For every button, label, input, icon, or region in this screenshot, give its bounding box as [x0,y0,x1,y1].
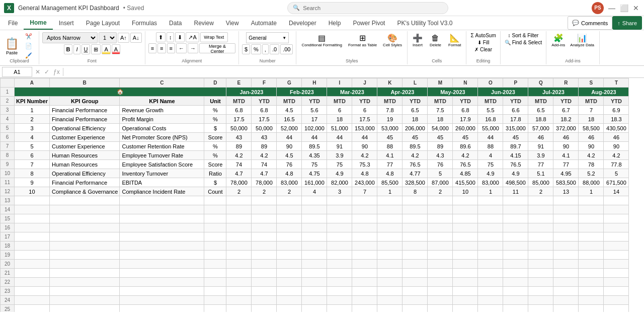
col-p[interactable]: P [503,78,528,88]
empty-cell[interactable] [302,232,327,242]
data-cell[interactable]: 45 [403,133,428,142]
col-d[interactable]: D [204,78,226,88]
data-cell[interactable]: 18.2 [553,115,579,124]
empty-cell[interactable] [503,260,528,269]
data-cell[interactable]: 4.7 [252,169,277,178]
empty-cell[interactable] [478,269,503,278]
data-cell[interactable]: 91 [327,142,352,151]
empty-cell[interactable] [352,260,377,269]
empty-cell[interactable] [252,260,277,269]
empty-cell[interactable] [403,305,428,312]
data-cell[interactable]: 78 [579,160,604,169]
format-button[interactable]: 📐 Format [446,32,463,48]
empty-cell[interactable] [478,205,503,214]
empty-cell[interactable] [553,269,579,278]
empty-cell[interactable] [553,260,579,269]
empty-cell[interactable] [528,214,553,223]
unit-cell[interactable]: Score [204,160,226,169]
data-cell[interactable]: 17.5 [252,115,277,124]
empty-cell[interactable] [204,260,226,269]
data-cell[interactable]: 4.7 [226,169,252,178]
empty-cell[interactable] [15,305,50,312]
empty-cell[interactable] [226,287,252,296]
indent-increase-button[interactable]: → [188,43,198,53]
empty-cell[interactable] [428,269,453,278]
delete-button[interactable]: 🗑 Delete [428,33,443,48]
empty-cell[interactable] [503,223,528,232]
data-cell[interactable]: 315,000 [503,124,528,133]
empty-cell[interactable] [403,205,428,214]
unit-cell[interactable]: $ [204,124,226,133]
empty-cell[interactable] [604,232,629,242]
data-cell[interactable]: 1 [377,187,403,196]
empty-cell[interactable] [120,196,204,205]
tab-page-layout[interactable]: Page Layout [80,16,126,30]
empty-cell[interactable] [352,196,377,205]
empty-cell[interactable] [453,269,478,278]
insert-button[interactable]: ➕ Insert [411,32,425,48]
data-cell[interactable]: 74 [252,160,277,169]
currency-button[interactable]: $ [242,44,250,54]
empty-cell[interactable] [277,296,302,305]
data-cell[interactable]: 76.5 [503,160,528,169]
empty-cell[interactable] [604,223,629,232]
bold-button[interactable]: B [64,44,73,54]
empty-cell[interactable] [428,205,453,214]
empty-cell[interactable] [478,260,503,269]
orientation-button[interactable]: ↗A [186,32,199,42]
font-name-selector[interactable]: Aptos Narrow [42,32,98,43]
empty-cell[interactable] [327,278,352,287]
empty-cell[interactable] [604,287,629,296]
kpi-group-cell[interactable]: Human Resources [49,151,119,160]
empty-cell[interactable] [352,232,377,242]
kpi-name-cell[interactable]: Employee Turnover Rate [120,151,204,160]
empty-cell[interactable] [428,251,453,260]
data-cell[interactable]: 4.2 [252,151,277,160]
empty-cell[interactable] [226,223,252,232]
kpi-group-cell[interactable]: Operational Efficiency [49,169,119,178]
empty-cell[interactable] [377,223,403,232]
empty-cell[interactable] [49,242,119,251]
data-cell[interactable]: 206,000 [403,124,428,133]
empty-cell[interactable] [453,214,478,223]
empty-cell[interactable] [277,223,302,232]
col-a[interactable]: A [15,78,50,88]
empty-cell[interactable] [15,242,50,251]
empty-cell[interactable] [15,214,50,223]
empty-cell[interactable] [204,242,226,251]
kpi-group-cell[interactable]: Customer Experience [49,133,119,142]
kpi-num-cell[interactable]: 5 [15,142,50,151]
data-cell[interactable]: 4.2 [604,151,629,160]
empty-cell[interactable] [553,232,579,242]
col-b[interactable]: B [49,78,119,88]
empty-cell[interactable] [15,223,50,232]
data-cell[interactable]: 77 [553,160,579,169]
empty-cell[interactable] [604,260,629,269]
empty-cell[interactable] [252,305,277,312]
data-cell[interactable]: 51,000 [327,124,352,133]
empty-cell[interactable] [352,278,377,287]
data-cell[interactable]: 415,500 [453,178,478,187]
empty-cell[interactable] [277,269,302,278]
data-cell[interactable]: 45 [503,133,528,142]
empty-cell[interactable] [478,287,503,296]
empty-cell[interactable] [579,223,604,232]
empty-cell[interactable] [403,223,428,232]
empty-cell[interactable] [503,278,528,287]
empty-cell[interactable] [503,269,528,278]
data-cell[interactable]: 7.5 [428,106,453,115]
data-cell[interactable]: 6.8 [453,106,478,115]
empty-cell[interactable] [503,296,528,305]
col-g[interactable]: G [277,78,302,88]
kpi-num-cell[interactable]: 1 [15,106,50,115]
col-q[interactable]: Q [528,78,553,88]
empty-cell[interactable] [226,196,252,205]
tab-data[interactable]: Data [163,16,188,30]
kpi-name-cell[interactable]: EBITDA [120,178,204,187]
align-left-button[interactable]: ≡ [148,43,156,53]
empty-cell[interactable] [553,287,579,296]
data-cell[interactable]: 4.1 [553,151,579,160]
empty-cell[interactable] [120,260,204,269]
kpi-num-cell[interactable]: 10 [15,187,50,196]
tab-help[interactable]: Help [323,16,347,30]
